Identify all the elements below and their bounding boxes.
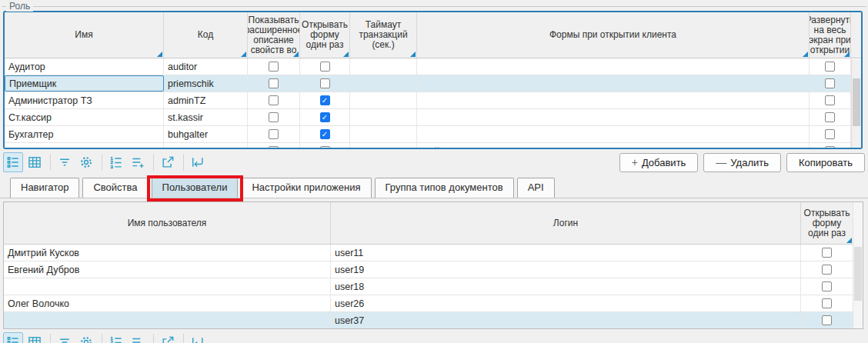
open-once-cell[interactable]: ✓ [300,126,350,142]
roles-table-row[interactable]: Зав.производством zav.proizv Выйти [5,143,861,149]
fullscreen-checkbox[interactable] [825,62,835,72]
open-once-cell[interactable] [801,278,853,295]
open-once-cell[interactable] [801,261,853,278]
role-code-cell[interactable]: auditor [164,58,248,75]
list-view-icon[interactable] [3,332,23,343]
roles-table-row[interactable]: Бухгалтер buhgalter ✓ [5,126,861,143]
open-once-checkbox[interactable] [822,248,832,258]
open-once-checkbox[interactable] [822,315,832,325]
users-column-header[interactable]: Имя пользователя [4,202,331,244]
user-login-cell[interactable]: user18 [331,278,801,295]
users-table-row[interactable]: Дмитрий Кусков user11 [4,245,863,261]
show-extended-checkbox[interactable] [269,112,279,122]
tab-группа-типов-документов[interactable]: Группа типов документов [375,178,514,198]
role-name-cell[interactable]: Зав.производством [5,143,164,149]
role-name-cell[interactable]: Бухгалтер [5,126,164,142]
roles-column-header[interactable]: Код [164,12,248,58]
timeout-cell[interactable] [350,58,417,75]
filter-icon[interactable] [55,332,75,343]
roles-column-header[interactable]: Открывать форму один раз [300,12,350,58]
role-code-cell[interactable]: adminTZ [164,92,248,108]
show-extended-cell[interactable] [248,92,300,108]
reload-form-icon[interactable] [188,152,208,172]
numbered-list-icon[interactable]: 123 [106,332,126,343]
user-login-cell[interactable]: user26 [331,295,801,311]
open-once-cell[interactable] [300,143,350,149]
user-login-cell[interactable]: user37 [331,312,801,328]
show-extended-checkbox[interactable] [269,95,279,105]
user-name-cell[interactable]: Олег Волочко [4,295,331,311]
roles-vertical-scrollbar[interactable] [851,59,861,148]
roles-table-row[interactable]: Администратор ТЗ adminTZ ✓ [5,92,861,109]
open-once-cell[interactable]: ✓ [300,92,350,108]
grid-view-icon[interactable] [25,332,45,343]
user-name-cell[interactable]: Дмитрий Кусков [4,245,331,261]
show-extended-checkbox[interactable] [269,129,279,139]
fullscreen-cell[interactable] [810,126,851,142]
roles-column-header[interactable]: Имя [5,12,164,58]
open-once-checkbox[interactable] [822,265,832,275]
client-forms-cell[interactable] [417,109,810,125]
settings-icon[interactable] [76,332,96,343]
users-table-row[interactable]: Олег Волочко user26 [4,295,863,312]
roles-column-header[interactable]: Развернуть на весь экран при открытии [810,12,851,58]
fullscreen-cell[interactable] [810,58,851,75]
tab-api[interactable]: API [517,178,555,198]
tab-настройки-приложения[interactable]: Настройки приложения [241,178,371,198]
open-once-cell[interactable] [801,245,853,261]
tab-навигатор[interactable]: Навигатор [10,178,79,198]
open-once-checkbox[interactable]: ✓ [320,112,330,122]
roles-table-row[interactable]: Приемщик priemschik [5,75,861,92]
show-extended-checkbox[interactable] [269,146,279,149]
timeout-cell[interactable] [350,109,417,125]
open-once-cell[interactable] [801,312,853,328]
user-login-cell[interactable]: user11 [331,245,801,261]
show-extended-cell[interactable] [248,58,300,75]
open-once-checkbox[interactable] [320,78,330,88]
add-row-list-icon[interactable] [128,332,148,343]
open-external-icon[interactable] [158,152,178,172]
open-once-checkbox[interactable] [822,298,832,308]
fullscreen-checkbox[interactable] [825,146,835,149]
show-extended-cell[interactable] [248,143,300,149]
fullscreen-checkbox[interactable] [825,129,835,139]
role-code-cell[interactable]: priemschik [164,75,248,92]
user-name-cell[interactable] [4,278,331,295]
fullscreen-checkbox[interactable] [825,78,835,88]
timeout-cell[interactable] [350,126,417,142]
role-name-cell[interactable]: Приемщик [5,75,164,92]
role-name-cell[interactable]: Аудитор [5,58,164,75]
open-once-checkbox[interactable]: ✓ [320,129,330,139]
fullscreen-checkbox[interactable] [825,95,835,105]
show-extended-checkbox[interactable] [269,62,279,72]
open-external-icon[interactable] [158,332,178,343]
client-forms-cell[interactable] [417,92,810,108]
roles-column-header[interactable]: Формы при открытии клиента [417,12,810,58]
fullscreen-cell[interactable] [810,143,851,149]
timeout-cell[interactable] [350,92,417,108]
tab-свойства[interactable]: Свойства [82,178,148,198]
show-extended-cell[interactable] [248,109,300,125]
scrollbar-thumb[interactable] [854,247,862,301]
grid-view-icon[interactable] [25,152,45,172]
add-button[interactable]: +Добавить [619,153,699,172]
role-name-cell[interactable]: Ст.кассир [5,109,164,125]
roles-table-row[interactable]: Ст.кассир st.kassir ✓ [5,109,861,126]
numbered-list-icon[interactable]: 123 [106,152,126,172]
open-once-cell[interactable] [300,75,350,92]
open-once-checkbox[interactable] [320,146,330,149]
users-table-row[interactable]: user37 [4,312,863,329]
user-name-cell[interactable]: Евгений Дубров [4,261,331,278]
users-column-header[interactable]: Открывать форму один раз [801,202,853,244]
reload-form-icon[interactable] [188,332,208,343]
list-view-icon[interactable] [3,152,23,172]
timeout-cell[interactable] [350,75,417,92]
show-extended-checkbox[interactable] [269,78,279,88]
show-extended-cell[interactable] [248,126,300,142]
client-forms-cell[interactable] [417,126,810,142]
settings-icon[interactable] [76,152,96,172]
timeout-cell[interactable] [350,143,417,149]
user-name-cell[interactable] [4,312,331,328]
tab-пользователи[interactable]: Пользователи [152,178,239,198]
add-row-list-icon[interactable] [128,152,148,172]
